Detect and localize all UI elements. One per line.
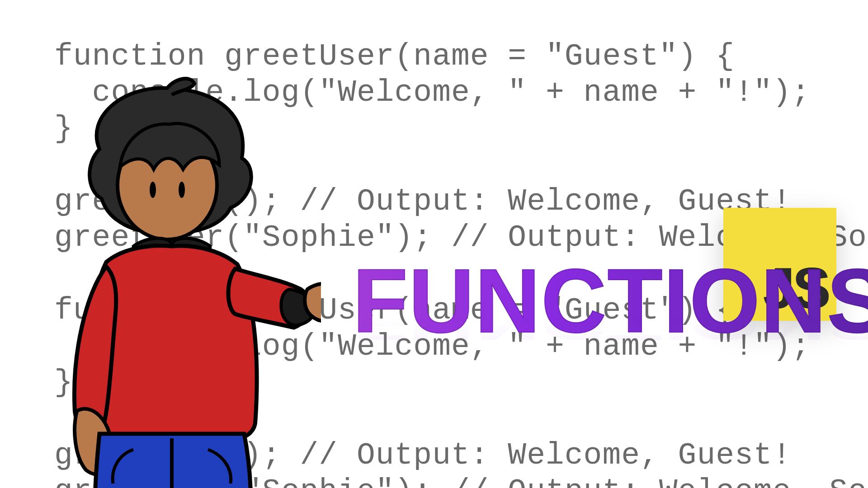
eye-right-icon	[179, 182, 185, 198]
presenter-illustration	[32, 63, 321, 488]
title-reflection: FUNCTIONS	[353, 305, 868, 346]
eye-left-icon	[150, 182, 156, 198]
title-block: FUNCTIONS FUNCTIONS	[353, 256, 868, 434]
thumbnail-stage: function greetUser(name = "Guest") { con…	[0, 0, 868, 488]
